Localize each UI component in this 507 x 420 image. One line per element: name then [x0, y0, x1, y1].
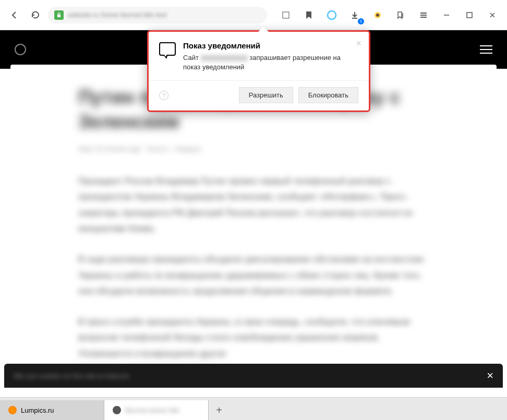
- dialog-site-name: [201, 55, 248, 61]
- download-badge: 1: [358, 18, 364, 24]
- svg-rect-1: [283, 12, 289, 18]
- reload-button[interactable]: [27, 7, 44, 23]
- article-paragraph: Президент России Владимир Путин провел п…: [78, 174, 429, 237]
- search-icon[interactable]: [15, 44, 26, 55]
- dialog-title: Показ уведомлений: [183, 41, 358, 50]
- svg-point-4: [376, 14, 379, 17]
- allow-button[interactable]: Разрешить: [239, 87, 293, 103]
- article-meta: Date 15 minutes ago · Source · Category: [78, 145, 429, 153]
- cookie-text: We use cookies on this site to improve: [14, 372, 487, 380]
- help-icon[interactable]: ?: [159, 91, 168, 100]
- menu-icon[interactable]: [415, 7, 432, 23]
- extension-icon[interactable]: [369, 7, 386, 23]
- svg-rect-0: [57, 15, 61, 17]
- cookie-close-button[interactable]: ×: [487, 369, 493, 382]
- tab-lumpics[interactable]: Lumpics.ru: [0, 400, 104, 420]
- dialog-close-button[interactable]: ×: [356, 38, 361, 49]
- minimize-button[interactable]: [438, 7, 455, 23]
- address-bar[interactable]: website.ru Some blurred title text: [48, 7, 267, 23]
- tab-label: Blurred article title: [125, 406, 179, 414]
- article-paragraph: В пресс-службе президента Украины, в сво…: [78, 314, 429, 362]
- article-content: Путин переговорил по телефону с Зеленски…: [10, 65, 497, 387]
- new-tab-button[interactable]: +: [209, 400, 230, 420]
- downloads-icon[interactable]: 1: [346, 7, 363, 23]
- back-button[interactable]: [6, 7, 23, 23]
- favicon-icon: [113, 406, 121, 414]
- article-paragraph: В ходе разговора президенты обсудили уре…: [78, 252, 429, 300]
- yandex-icon[interactable]: [323, 7, 340, 23]
- dialog-description: Сайт запрашивает разрешение на показ уве…: [183, 53, 358, 72]
- cookie-banner: We use cookies on this site to improve ×: [4, 364, 503, 388]
- bookmark-icon[interactable]: [300, 7, 317, 23]
- svg-point-2: [328, 11, 336, 19]
- svg-rect-5: [467, 13, 472, 18]
- maximize-button[interactable]: [461, 7, 478, 23]
- notification-icon: [159, 42, 176, 56]
- close-window-button[interactable]: [484, 7, 501, 23]
- browser-toolbar: website.ru Some blurred title text 1: [0, 0, 507, 30]
- site-menu-icon[interactable]: [480, 45, 492, 54]
- tab-label: Lumpics.ru: [21, 406, 54, 414]
- notification-permission-dialog: Показ уведомлений Сайт запрашивает разре…: [147, 30, 370, 112]
- collections-icon[interactable]: [392, 7, 409, 23]
- favicon-icon: [8, 406, 17, 414]
- lock-icon: [54, 10, 64, 20]
- block-button[interactable]: Блокировать: [298, 87, 358, 103]
- url-text: website.ru Some blurred title text: [68, 11, 166, 19]
- tab-bar: Lumpics.ru Blurred article title +: [0, 397, 507, 420]
- tab-active[interactable]: Blurred article title: [104, 400, 209, 420]
- dialog-arrow: [258, 27, 269, 32]
- reader-icon[interactable]: [277, 7, 294, 23]
